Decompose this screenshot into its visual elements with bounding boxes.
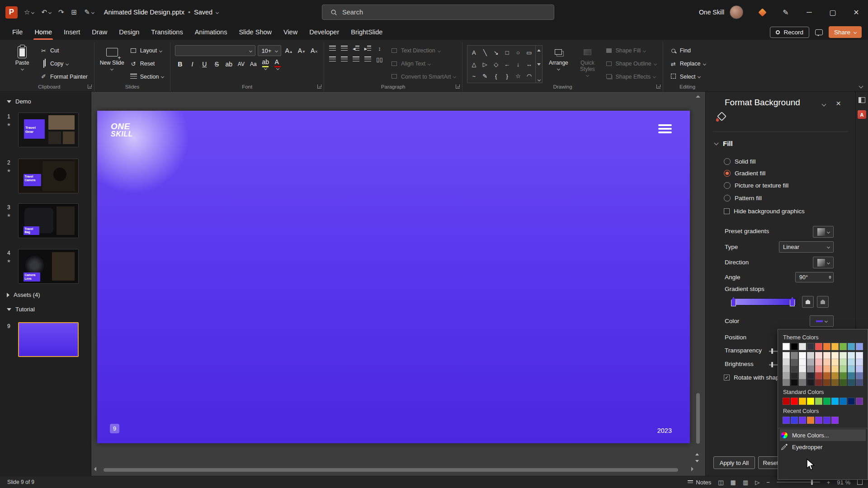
recent-color-swatch[interactable] — [799, 417, 806, 424]
theme-tint-swatch[interactable] — [799, 372, 806, 379]
zoom-slider-knob[interactable] — [811, 479, 813, 485]
theme-tint-swatch[interactable] — [856, 372, 863, 379]
theme-tint-swatch[interactable] — [791, 359, 798, 366]
standard-color-swatch[interactable] — [815, 398, 822, 405]
theme-tint-swatch[interactable] — [856, 359, 863, 366]
reading-view-button[interactable]: ▥ — [743, 479, 748, 486]
comments-icon[interactable] — [815, 29, 823, 35]
theme-tint-swatch[interactable] — [807, 372, 814, 379]
theme-tint-swatch[interactable] — [840, 372, 847, 379]
font-color-button[interactable]: A — [273, 59, 283, 70]
maximize-button[interactable]: ▢ — [821, 0, 844, 24]
theme-tint-swatch[interactable] — [783, 352, 790, 359]
theme-tint-swatch[interactable] — [791, 352, 798, 359]
theme-tint-swatch[interactable] — [799, 359, 806, 366]
tab-file[interactable]: File — [6, 24, 28, 40]
recent-color-swatch[interactable] — [807, 417, 814, 424]
shape-icon[interactable]: ▭ — [525, 49, 533, 56]
theme-tint-swatch[interactable] — [840, 379, 847, 386]
shape-icon[interactable]: ↓ — [514, 61, 522, 68]
shape-icon[interactable]: } — [503, 73, 511, 80]
fill-section-chevron-icon[interactable] — [714, 141, 719, 145]
theme-tint-swatch[interactable] — [807, 366, 814, 372]
align-center-icon[interactable] — [340, 56, 348, 63]
theme-tint-swatch[interactable] — [799, 352, 806, 359]
font-size-combo[interactable]: 10+ — [258, 45, 281, 56]
standard-color-swatch[interactable] — [783, 398, 790, 405]
horizontal-scrollbar-thumb[interactable] — [104, 468, 678, 472]
theme-tint-swatch[interactable] — [840, 359, 847, 366]
underline-button[interactable]: U — [199, 59, 209, 70]
share-button[interactable]: Share — [829, 26, 862, 38]
zoom-slider[interactable] — [777, 482, 820, 483]
slider-knob[interactable] — [771, 362, 773, 367]
slide-thumbnail-4[interactable]: Camera Lens — [18, 249, 79, 284]
font-name-combo[interactable] — [175, 45, 255, 56]
standard-color-swatch[interactable] — [840, 398, 847, 405]
theme-tint-swatch[interactable] — [783, 366, 790, 372]
theme-tint-swatch[interactable] — [840, 366, 847, 372]
pane-layout-icon[interactable] — [859, 97, 865, 103]
search-input[interactable]: Search — [322, 5, 554, 20]
shape-icon[interactable]: ← — [503, 61, 511, 68]
theme-tint-swatch[interactable] — [815, 359, 822, 366]
theme-color-swatch[interactable] — [848, 343, 855, 350]
fill-bucket-icon[interactable] — [715, 112, 727, 125]
new-slide-button[interactable]: New Slide — [99, 43, 125, 82]
tab-animations[interactable]: Animations — [189, 24, 233, 40]
shape-icon[interactable]: ↔ — [525, 61, 533, 68]
favorites-icon[interactable]: ☆ — [24, 8, 34, 16]
theme-color-swatch[interactable] — [799, 343, 806, 350]
gradient-stop-handle[interactable] — [790, 297, 795, 306]
drawing-dialog-launcher[interactable] — [656, 84, 660, 89]
numbering-icon[interactable] — [340, 45, 348, 52]
slider-knob[interactable] — [771, 348, 773, 354]
slide-editing-surface[interactable]: ONE SKILL 9 2023 — [97, 111, 690, 443]
document-title-area[interactable]: Animated Slide Design.pptx • Saved — [104, 9, 218, 16]
tab-developer[interactable]: Developer — [303, 24, 345, 40]
theme-tint-swatch[interactable] — [848, 359, 855, 366]
tab-slide-show[interactable]: Slide Show — [233, 24, 278, 40]
reset-button[interactable]: ↺Reset — [128, 58, 166, 70]
format-painter-button[interactable]: ✐Format Painter — [38, 71, 90, 82]
fit-slide-to-window-button[interactable] — [857, 479, 863, 485]
theme-color-swatch[interactable] — [840, 343, 847, 350]
undo-icon[interactable]: ↶ — [41, 8, 51, 16]
character-spacing-button[interactable]: AV — [236, 59, 246, 70]
section-header-tutorial[interactable]: Tutorial — [7, 306, 35, 313]
tab-transitions[interactable]: Transitions — [145, 24, 189, 40]
gradient-stop-handle[interactable] — [731, 297, 736, 306]
more-colors-menu-item[interactable]: More Colors... — [780, 429, 866, 441]
theme-tint-swatch[interactable] — [807, 359, 814, 366]
theme-tint-swatch[interactable] — [783, 379, 790, 386]
recent-color-swatch[interactable] — [783, 417, 790, 424]
slide-thumbnail-3[interactable]: Travel Bag — [18, 203, 79, 238]
theme-tint-swatch[interactable] — [848, 379, 855, 386]
format-shape-pane-icon[interactable]: A — [858, 110, 866, 119]
theme-tint-swatch[interactable] — [848, 366, 855, 372]
shape-icon[interactable]: ◇ — [492, 61, 500, 68]
ink-pen-icon[interactable]: ✎ — [774, 0, 797, 24]
columns-icon[interactable]: ▯▯ — [376, 56, 383, 63]
section-button[interactable]: Section — [128, 71, 166, 82]
add-gradient-stop-button[interactable] — [802, 296, 814, 308]
clipboard-dialog-launcher[interactable] — [88, 84, 92, 89]
shapes-gallery-scroll[interactable] — [536, 45, 542, 83]
theme-tint-swatch[interactable] — [815, 366, 822, 372]
draw-pen-icon[interactable]: ✎ — [84, 8, 94, 16]
theme-color-swatch[interactable] — [815, 343, 822, 350]
slide-sorter-view-button[interactable]: ▦ — [731, 479, 736, 486]
scroll-right-arrow[interactable] — [691, 467, 696, 471]
pane-close-button[interactable]: × — [836, 99, 841, 108]
theme-tint-swatch[interactable] — [815, 379, 822, 386]
shape-icon[interactable]: ▷ — [481, 61, 489, 68]
eyedropper-menu-item[interactable]: Eyedropper — [780, 441, 866, 453]
theme-color-swatch[interactable] — [831, 343, 839, 350]
fill-option-solid-fill[interactable]: Solid fill — [724, 157, 756, 165]
section-header-demo[interactable]: Demo — [7, 98, 31, 105]
shapes-gallery[interactable]: A╲↘□○▭△▷◇←↓↔~✎{}☆◠ — [467, 45, 536, 83]
standard-color-swatch[interactable] — [791, 398, 798, 405]
theme-tint-swatch[interactable] — [783, 359, 790, 366]
clear-formatting-button[interactable]: A✕ — [309, 45, 319, 56]
italic-button[interactable]: I — [187, 59, 197, 70]
